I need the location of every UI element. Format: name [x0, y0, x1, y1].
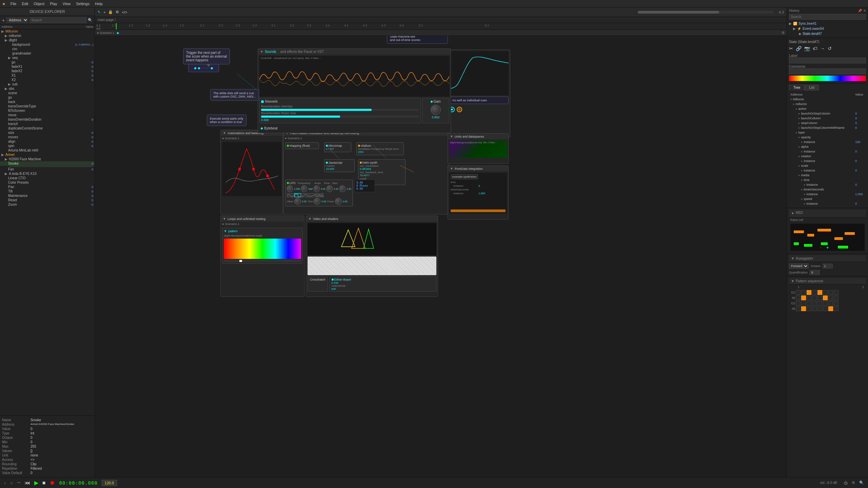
tree-item-scene[interactable]: scene	[0, 91, 95, 95]
video-collapse[interactable]: ▼	[308, 217, 312, 221]
beat-cell-4[interactable]	[817, 306, 822, 311]
lfo-shape-sine[interactable]	[287, 193, 294, 197]
tool-lock[interactable]: 🔒	[108, 10, 113, 14]
tree-item-artnet[interactable]: ▶Artnet	[0, 152, 95, 157]
transport-stop[interactable]: ■	[42, 480, 46, 486]
menu-object[interactable]: Object	[34, 2, 44, 6]
state-scissors-icon[interactable]: ✂	[789, 46, 793, 51]
beat-cell-3[interactable]	[812, 301, 817, 306]
sounds-node[interactable]: ▼ Sounds and effects like Faust or VST C…	[258, 48, 451, 133]
transport-record[interactable]: ⏺	[50, 480, 55, 486]
tree-item-grandmaster[interactable]: grandmaster	[0, 51, 95, 56]
history-item-state[interactable]: ◆ State.tend47	[789, 31, 866, 36]
loops-collapse[interactable]: ▼	[223, 217, 226, 221]
history-close[interactable]: ✕	[863, 9, 866, 13]
canvas-area[interactable]: ● Scenario.1 ▶ ⚙ Trigger the next part o…	[95, 30, 787, 477]
tree-item-linearcto[interactable]: Linear CTO	[0, 176, 95, 180]
beat-cell-5[interactable]	[823, 296, 828, 300]
tree-item-h2000[interactable]: ▶H2000 Faze Machine	[0, 157, 95, 161]
trigger-node[interactable]: ◆ ◆ · · · · · ◆	[188, 64, 219, 72]
tree-item-x2[interactable]: X20	[0, 78, 95, 82]
beat-cell-4[interactable]	[817, 296, 822, 300]
beat-cell-0[interactable]	[796, 306, 801, 311]
beat-cell-7[interactable]	[834, 290, 839, 295]
scenario-settings[interactable]: ⚙	[782, 31, 785, 35]
tree-item-circ[interactable]: circ	[0, 47, 95, 51]
tree-table-row[interactable]: ▸ instance100	[790, 140, 865, 144]
tree-table-row[interactable]: ▸ instance0	[790, 149, 865, 154]
menu-edit[interactable]: Edit	[22, 2, 28, 6]
tree-item-fittoscreen[interactable]: fitToScreen	[0, 108, 95, 113]
bpm-display[interactable]: 120.0	[102, 480, 117, 486]
puredata-node[interactable]: ▼ PureData integration example-synth/siz…	[448, 165, 509, 220]
beat-cell-0[interactable]	[796, 290, 801, 295]
gain-knob[interactable]	[431, 105, 441, 115]
lfo-half-knob[interactable]	[301, 185, 307, 192]
tree-item-maintenance[interactable]: Maintenance0	[0, 194, 95, 198]
beat-cell-1[interactable]	[801, 296, 806, 300]
tree-table-row[interactable]: ▸ layer	[790, 130, 865, 135]
transport-play[interactable]: ▶	[34, 480, 38, 486]
lfo-flow-knob[interactable]	[327, 185, 333, 192]
tool-pointer[interactable]: ↖	[98, 10, 101, 14]
tree-item-align[interactable]: align0	[0, 139, 95, 144]
beat-cell-2[interactable]	[807, 306, 811, 311]
tree-table-row[interactable]: ▸ speed	[790, 197, 865, 201]
scrollbar-horizontal[interactable]	[638, 11, 773, 14]
tree-table-row[interactable]: ▸ timeInSeconds	[790, 187, 865, 191]
state-machine-node[interactable]: State-machine-like and out-of-time score…	[448, 49, 510, 138]
address-type-select[interactable]: Address	[6, 17, 28, 23]
lfo-shape-rnd[interactable]	[317, 193, 323, 197]
tree-item-trans-dur[interactable]: transOverrideDuration0	[0, 117, 95, 122]
tree-table-row[interactable]: ▸ instance0	[790, 159, 865, 163]
add-address-button[interactable]: +	[2, 18, 5, 23]
transport-search[interactable]: 🔍	[859, 481, 864, 485]
tree-item-obs-go[interactable]: go	[0, 95, 95, 100]
automations-node[interactable]: ▼ Automations and tweening ● Scenario.1	[220, 130, 283, 215]
tool-settings[interactable]: ⚙	[116, 10, 119, 14]
tree-item-fadex2[interactable]: fadeX20	[0, 69, 95, 73]
history-pin[interactable]: 📌	[858, 9, 862, 13]
tree-item-x1[interactable]: X10	[0, 73, 95, 78]
tree-item-movex[interactable]: movex0	[0, 135, 95, 139]
beat-cell-6[interactable]	[828, 290, 833, 295]
beat-cell-4[interactable]	[817, 301, 822, 306]
state-camera-icon[interactable]: 📷	[804, 46, 810, 51]
tree-table-row[interactable]: ▸ launchColumn0	[790, 116, 865, 120]
beat-cell-2[interactable]	[807, 301, 811, 306]
beat-cell-5[interactable]	[823, 290, 828, 295]
tree-item-trans-override[interactable]: transOverrideType	[0, 104, 95, 108]
scenario-controls[interactable]: ▶	[117, 31, 119, 35]
tree-table-row[interactable]: ▸ millumin	[790, 102, 865, 106]
arp-octave-input[interactable]	[823, 264, 833, 268]
history-search[interactable]	[789, 14, 866, 20]
units-node[interactable]: ▼ Units and dataspaces dlight:/backgroun…	[448, 133, 509, 164]
lfo-jitter-knob[interactable]	[339, 185, 346, 192]
beat-cell-3[interactable]	[812, 306, 817, 311]
arp-collapse[interactable]: ▼	[791, 257, 794, 260]
tree-table-row[interactable]: ▸ time	[790, 178, 865, 182]
tree-table-row[interactable]: ▸ rotation	[790, 154, 865, 158]
tree-item-dlight[interactable]: ▶dlight	[0, 38, 95, 42]
tree-table-row[interactable]: ▸ instance1.000	[790, 192, 865, 196]
beat-cell-7[interactable]	[834, 306, 839, 311]
lfo-phase-knob[interactable]	[335, 198, 342, 205]
state-arrow-icon[interactable]: →	[820, 46, 825, 51]
tree-table-row[interactable]: ▸ instance0	[790, 202, 865, 206]
beat-cell-7[interactable]	[834, 301, 839, 306]
beat-cell-0[interactable]	[796, 296, 801, 300]
tree-tab[interactable]: Tree	[789, 85, 805, 90]
tree-item-reset[interactable]: Reset0	[0, 198, 95, 202]
tree-item-obs[interactable]: ▶obs	[0, 86, 95, 91]
lfo-time-knob[interactable]	[314, 198, 320, 205]
beat-cell-6[interactable]	[828, 301, 833, 306]
tree-item-aleda[interactable]: ▶A.leda B-EYE K10	[0, 171, 95, 176]
tree-item-back[interactable]: back	[0, 100, 95, 104]
transport-power[interactable]: ⏻	[844, 481, 848, 485]
tree-table-row[interactable]: ▸ launchOrStopColumn0	[790, 111, 865, 116]
add-note-button[interactable]: +	[826, 245, 829, 250]
tree-item-smoke[interactable]: Smoke 0	[0, 161, 95, 166]
breadcrumb-text[interactable]: main-page /	[98, 18, 116, 22]
tree-item-seq[interactable]: ▶seq	[0, 56, 95, 60]
tree-item-dup[interactable]: duplicateCurrentScene	[0, 126, 95, 130]
